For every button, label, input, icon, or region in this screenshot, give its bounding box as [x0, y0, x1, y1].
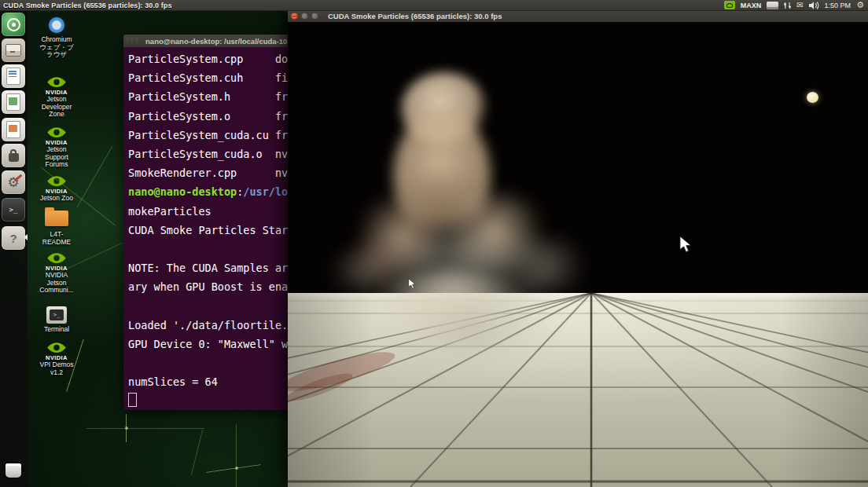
circuit-trace: [191, 430, 203, 475]
software-bag-icon: [9, 153, 19, 162]
desktop-icon-label: Forums: [33, 161, 80, 169]
terminal-line: [128, 296, 289, 315]
cuda-window-titlebar[interactable]: CUDA Smoke Particles (65536 particles): …: [288, 10, 868, 23]
focused-app-title: CUDA Smoke Particles (65536 particles): …: [3, 2, 172, 9]
nvidia-eye-icon: [46, 75, 67, 89]
terminal-line: ary when GPU Boost is enab: [128, 277, 289, 296]
desktop-icon-label: README: [33, 239, 80, 247]
launcher-item-impress[interactable]: [2, 118, 25, 141]
nvidia-tray-icon[interactable]: [724, 1, 735, 9]
writer-document-icon: [6, 68, 20, 85]
nvidia-eye-icon: [46, 174, 67, 188]
terminal-prompt-icon: >_: [9, 206, 18, 214]
terminal-titlebar[interactable]: nano@nano-desktop: /usr/local/cuda-10.: [123, 35, 289, 48]
cuda-window-title: CUDA Smoke Particles (65536 particles): …: [328, 12, 502, 20]
cuda-maximize-button[interactable]: [311, 13, 318, 20]
terminal-minimize-button[interactable]: [131, 38, 133, 45]
network-arrows-icon[interactable]: [784, 2, 791, 9]
terminal-line: [128, 240, 289, 258]
desktop-icon-jetson-developer-zone[interactable]: NVIDIA Jetson Developer Zone: [33, 75, 80, 119]
launcher-item-software[interactable]: [2, 144, 25, 167]
chromium-icon: [49, 17, 64, 33]
terminal-line: numSlices = 64: [128, 372, 289, 391]
circuit-node: [235, 467, 238, 470]
launcher-item-trash[interactable]: [2, 459, 25, 482]
launcher-item-unknown-app[interactable]: ?: [2, 226, 25, 250]
terminal-line: CUDA Smoke Particles Start: [128, 221, 289, 240]
terminal-cursor-line: [128, 391, 289, 410]
nvidia-eye-icon: [46, 126, 67, 139]
desktop-icon-jetson-support-forums[interactable]: NVIDIA Jetson Support Forums: [33, 126, 80, 169]
terminal-line: ParticleSystem.h fr: [128, 87, 289, 106]
launcher-item-settings[interactable]: ⚙: [2, 170, 25, 194]
impress-presentation-icon: [6, 121, 20, 138]
terminal-icon: >_: [46, 306, 67, 324]
terminal-line: ParticleSystem.o fr: [128, 107, 289, 126]
cuda-smoke-window: CUDA Smoke Particles (65536 particles): …: [288, 10, 868, 487]
terminal-line: [128, 353, 289, 372]
power-mode-indicator[interactable]: MAXN: [741, 2, 762, 9]
secondary-cursor: [408, 278, 417, 293]
ubuntu-logo-icon: [7, 18, 20, 31]
desktop-icon-label: Zone: [33, 111, 80, 119]
desktop-icon-chromium[interactable]: Chromium ウェブ・ブ ラウザ: [33, 17, 80, 59]
terminal-line: SmokeRenderer.cpp nv: [128, 163, 289, 182]
terminal-window: nano@nano-desktop: /usr/local/cuda-10. P…: [123, 35, 289, 410]
launcher-item-calc[interactable]: [2, 90, 25, 114]
mouse-cursor: [679, 236, 693, 257]
smoke-ground-haze: [354, 300, 590, 347]
cuda-minimize-button[interactable]: [301, 13, 308, 20]
focused-app-arrow-indicator: [24, 234, 28, 240]
launcher-item-dash[interactable]: [2, 13, 25, 36]
terminal-line: GPU Device 0: "Maxwell" wi: [128, 335, 289, 353]
light-source-sphere: [807, 92, 818, 103]
clock[interactable]: 1:50 PM: [825, 2, 851, 9]
terminal-line: Loaded './data/floortile.p: [128, 316, 289, 335]
launcher-item-writer[interactable]: [2, 64, 25, 88]
desktop-icon-label: ラウザ: [33, 51, 80, 59]
circuit-trace: [236, 424, 237, 487]
desktop-icon-jetson-zoo[interactable]: NVIDIA Jetson Zoo: [33, 174, 80, 203]
desktop-icon-label: v1.2: [33, 369, 80, 377]
terminal-cursor: [128, 393, 137, 407]
messages-envelope-icon[interactable]: ✉: [796, 2, 803, 9]
cuda-render-viewport[interactable]: [288, 22, 868, 487]
terminal-output[interactable]: ParticleSystem.cpp do ParticleSystem.cuh…: [123, 47, 289, 410]
terminal-line: ParticleSystem.cuh fi: [128, 68, 289, 87]
circuit-trace: [206, 464, 260, 473]
nvidia-eye-icon: [46, 251, 67, 265]
launcher-item-terminal[interactable]: >_: [2, 198, 25, 222]
terminal-maximize-button[interactable]: [136, 38, 138, 45]
prompt-user-host: nano@nano-desktop: [128, 185, 237, 198]
desktop-icon-terminal[interactable]: >_ Terminal: [33, 306, 80, 334]
file-cabinet-icon: [6, 44, 21, 57]
desktop-icon-label: Jetson Zoo: [33, 195, 80, 203]
circuit-node: [125, 427, 128, 430]
terminal-line: ParticleSystem.cpp do: [128, 49, 289, 68]
terminal-line: NOTE: The CUDA Samples are: [128, 258, 289, 277]
circuit-trace: [77, 146, 113, 207]
terminal-close-button[interactable]: [127, 38, 128, 45]
session-gear-icon[interactable]: ⚙: [856, 1, 864, 9]
calc-spreadsheet-icon: [6, 93, 20, 111]
terminal-line: ParticleSystem_cuda.cu fr: [128, 126, 289, 145]
desktop-icon-nvidia-jetson-community[interactable]: NVIDIA NVIDIA Jetson Communi...: [33, 251, 80, 295]
circuit-trace: [86, 428, 204, 429]
terminal-prompt-line: nano@nano-desktop:/usr/loc: [128, 182, 289, 201]
keyboard-indicator-icon[interactable]: [767, 2, 778, 9]
desktop-icon-label: Communi...: [33, 287, 80, 295]
desktop-icon-label: Terminal: [33, 326, 80, 334]
desktop-icon-l4t-readme[interactable]: L4T- README: [33, 211, 80, 246]
launcher-item-files[interactable]: [2, 38, 25, 62]
folder-icon: [45, 211, 68, 226]
trash-icon: [6, 463, 21, 478]
terminal-line: ParticleSystem_cuda.o nv: [128, 145, 289, 163]
unity-launcher: ⚙ >_ ?: [0, 10, 28, 487]
cuda-close-button[interactable]: [291, 13, 298, 20]
terminal-window-title: nano@nano-desktop: /usr/local/cuda-10.: [145, 37, 289, 46]
prompt-path: /usr/loc: [243, 185, 289, 198]
desktop-icon-vpi-demos[interactable]: NVIDIA VPI Demos v1.2: [33, 341, 80, 376]
question-mark-icon: ?: [9, 232, 17, 245]
top-panel: CUDA Smoke Particles (65536 particles): …: [0, 0, 868, 11]
volume-speaker-icon[interactable]: [809, 2, 819, 9]
